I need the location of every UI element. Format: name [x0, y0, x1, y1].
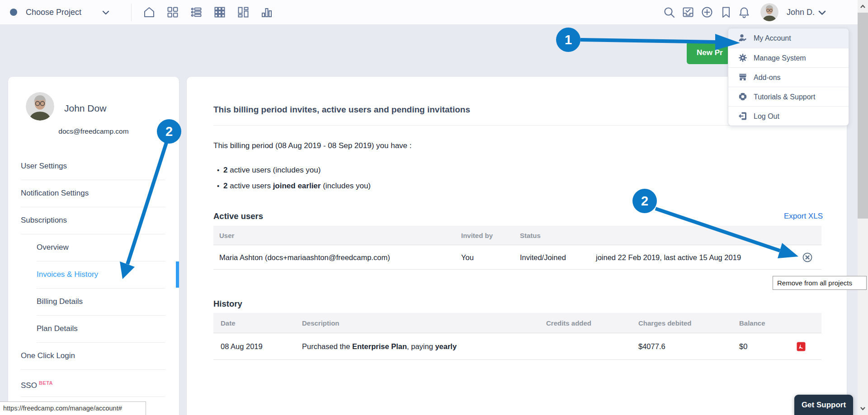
remove-user-icon[interactable]: [802, 252, 813, 263]
activity-cell: joined 22 Feb 2019, last active 15 Aug 2…: [596, 245, 741, 270]
sidebar-item-notification-settings[interactable]: Notification Settings: [21, 180, 170, 207]
menu-item-label: Manage System: [754, 48, 806, 68]
export-xls-link[interactable]: Export XLS: [784, 212, 823, 221]
widgets-board-icon[interactable]: [237, 6, 250, 19]
user-menu-trigger[interactable]: John D.: [787, 0, 815, 25]
col-description: Description: [302, 313, 340, 333]
scroll-down-icon[interactable]: [859, 405, 866, 412]
menu-item-my-account[interactable]: My Account: [728, 28, 849, 48]
profile-avatar: [26, 92, 54, 121]
reports-chart-icon[interactable]: [260, 6, 273, 19]
description-cell: Purchased the Enterprise Plan, paying ye…: [302, 333, 457, 360]
annotation-badge-1: [556, 28, 580, 52]
bullet-active-users: •2 active users (includes you): [217, 166, 321, 175]
active-item-indicator: [176, 261, 179, 288]
apps-grid-icon[interactable]: [213, 6, 226, 19]
sidebar-item-plan-details[interactable]: Plan Details: [37, 315, 186, 342]
sidebar-item-billing-details[interactable]: Billing Details: [37, 288, 186, 315]
inbox-tasks-icon[interactable]: [682, 6, 694, 19]
active-users-table-header: User Invited by Status: [213, 226, 821, 245]
top-bar: Choose Project John D.: [0, 0, 858, 25]
invited-by-cell: You: [461, 245, 474, 270]
pdf-invoice-icon[interactable]: [797, 342, 806, 351]
active-user-row: Maria Ashton (docs+mariaashton@freedcamp…: [213, 245, 821, 270]
menu-item-label: Add-ons: [754, 68, 781, 87]
person-edit-icon: [738, 33, 747, 42]
profile-email: docs@freedcamp.com: [8, 127, 179, 135]
status-cell: Invited/Joined: [520, 245, 566, 270]
col-invited-by: Invited by: [461, 226, 493, 245]
project-color-dot: [10, 9, 17, 16]
sidebar-item-subscriptions[interactable]: Subscriptions: [21, 207, 170, 234]
browser-status-bar: https://freedcamp.com/manage/account#: [0, 401, 146, 415]
new-project-button[interactable]: New Pr: [687, 42, 730, 64]
menu-item-manage-system[interactable]: Manage System: [728, 48, 849, 67]
menu-item-label: Tutorials & Support: [754, 87, 815, 107]
billing-content-card: This billing period invites, active user…: [187, 77, 847, 415]
history-heading: History: [213, 299, 242, 309]
history-row: 08 Aug 2019 Purchased the Enterprise Pla…: [213, 333, 821, 360]
project-selector-label[interactable]: Choose Project: [26, 0, 81, 25]
page-scrollbar[interactable]: [858, 0, 868, 415]
tasks-list-icon[interactable]: [190, 6, 203, 19]
freedcamp-account-page: Choose Project John D. New Pr My Account…: [0, 0, 868, 415]
menu-item-add-ons[interactable]: Add-ons: [728, 67, 849, 87]
col-date: Date: [221, 313, 236, 333]
user-dropdown-menu: My Account Manage System Add-ons Tutoria…: [728, 28, 849, 126]
scrollbar-thumb[interactable]: [858, 13, 868, 219]
store-icon: [738, 73, 747, 82]
home-icon[interactable]: [143, 6, 156, 19]
chevron-down-icon: [102, 10, 109, 15]
help-buoy-icon: [738, 92, 747, 101]
sidebar-item-one-click-login[interactable]: One Click Login: [21, 342, 170, 369]
date-cell: 08 Aug 2019: [221, 333, 263, 360]
projects-grid-icon[interactable]: [166, 6, 179, 19]
menu-item-log-out[interactable]: Log Out: [728, 106, 849, 126]
sidebar-item-sso[interactable]: SSOBETA: [21, 369, 170, 396]
history-table: Date Description Credits added Charges d…: [213, 313, 821, 360]
col-charges-debited: Charges debited: [638, 313, 692, 333]
user-cell: Maria Ashton (docs+mariaashton@freedcamp…: [219, 245, 390, 270]
svg-text:1: 1: [565, 33, 572, 47]
menu-item-tutorials-support[interactable]: Tutorials & Support: [728, 87, 849, 106]
charges-cell: $4077.6: [638, 333, 665, 360]
notifications-bell-icon[interactable]: [738, 6, 750, 19]
col-status: Status: [520, 226, 541, 245]
sidebar-item-invoices-history[interactable]: Invoices & History: [37, 261, 186, 288]
menu-item-label: My Account: [754, 28, 791, 48]
col-credits-added: Credits added: [546, 313, 591, 333]
user-avatar[interactable]: [760, 3, 778, 21]
page-title: This billing period invites, active user…: [213, 105, 470, 115]
get-support-button[interactable]: Get Support: [794, 395, 853, 415]
account-sidebar: John Dow docs@freedcamp.com User Setting…: [8, 77, 179, 415]
profile-name: John Dow: [64, 103, 106, 114]
active-users-heading: Active users: [213, 211, 263, 221]
gear-icon: [738, 53, 747, 62]
history-table-header: Date Description Credits added Charges d…: [213, 313, 821, 333]
sidebar-item-user-settings[interactable]: User Settings: [21, 153, 170, 180]
col-user: User: [219, 226, 234, 245]
scroll-up-icon[interactable]: [859, 3, 866, 10]
billing-period-line: This billing period (08 Aug 2019 - 08 Se…: [213, 141, 412, 150]
bullet-joined-earlier: •2 active users joined earlier (includes…: [217, 182, 371, 191]
bookmark-icon[interactable]: [720, 6, 732, 19]
logout-icon: [738, 112, 747, 121]
chevron-down-icon[interactable]: [818, 10, 826, 15]
remove-tooltip: Remove from all projects: [773, 276, 867, 290]
balance-cell: $0: [739, 333, 747, 360]
header-divider: [131, 4, 132, 21]
active-users-table: User Invited by Status Maria Ashton (doc…: [213, 226, 821, 270]
col-balance: Balance: [739, 313, 765, 333]
menu-item-label: Log Out: [754, 107, 779, 126]
beta-badge: BETA: [39, 380, 53, 386]
sidebar-item-overview[interactable]: Overview: [37, 234, 186, 261]
search-icon[interactable]: [663, 6, 675, 19]
add-new-icon[interactable]: [701, 6, 713, 19]
